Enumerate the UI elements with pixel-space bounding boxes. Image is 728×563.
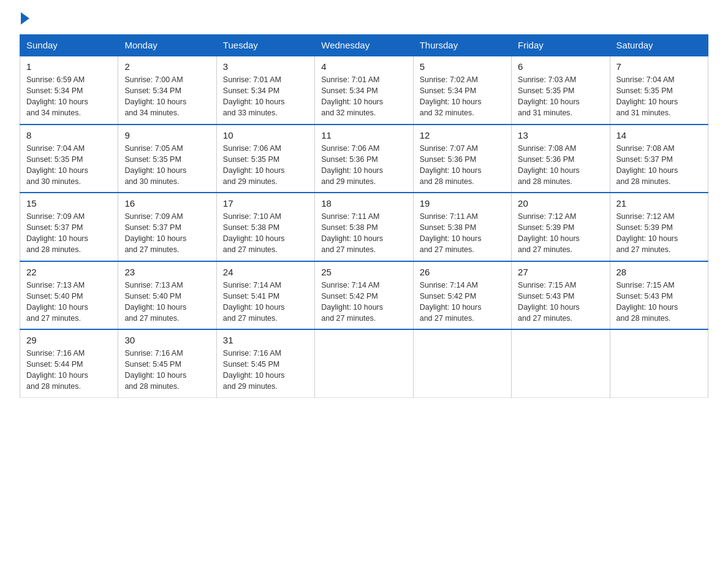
- day-number: 16: [124, 198, 210, 209]
- day-info: Sunrise: 7:09 AMSunset: 5:37 PMDaylight:…: [124, 211, 210, 256]
- day-info: Sunrise: 7:15 AMSunset: 5:43 PMDaylight:…: [518, 280, 603, 324]
- day-number: 20: [518, 198, 603, 209]
- day-number: 29: [26, 335, 112, 345]
- day-cell: 25Sunrise: 7:14 AMSunset: 5:42 PMDayligh…: [315, 261, 413, 330]
- day-cell: 17Sunrise: 7:10 AMSunset: 5:38 PMDayligh…: [216, 193, 314, 261]
- day-info: Sunrise: 7:15 AMSunset: 5:43 PMDaylight:…: [616, 280, 702, 324]
- header-cell-sunday: Sunday: [20, 35, 118, 56]
- day-cell: 29Sunrise: 7:16 AMSunset: 5:44 PMDayligh…: [20, 329, 118, 397]
- day-cell: 7Sunrise: 7:04 AMSunset: 5:35 PMDaylight…: [610, 56, 708, 124]
- calendar-body: 1Sunrise: 6:59 AMSunset: 5:34 PMDaylight…: [20, 56, 708, 397]
- day-cell: 5Sunrise: 7:02 AMSunset: 5:34 PMDaylight…: [413, 56, 511, 124]
- day-number: 26: [420, 267, 505, 277]
- day-number: 19: [420, 198, 505, 209]
- day-cell: 14Sunrise: 7:08 AMSunset: 5:37 PMDayligh…: [610, 124, 708, 193]
- day-info: Sunrise: 7:16 AMSunset: 5:45 PMDaylight:…: [124, 348, 210, 393]
- day-info: Sunrise: 7:14 AMSunset: 5:42 PMDaylight:…: [321, 280, 406, 324]
- day-cell: 4Sunrise: 7:01 AMSunset: 5:34 PMDaylight…: [315, 56, 413, 124]
- day-cell: 19Sunrise: 7:11 AMSunset: 5:38 PMDayligh…: [413, 193, 511, 261]
- day-info: Sunrise: 7:04 AMSunset: 5:35 PMDaylight:…: [26, 143, 112, 188]
- day-cell: 3Sunrise: 7:01 AMSunset: 5:34 PMDaylight…: [216, 56, 314, 124]
- day-number: 2: [124, 61, 210, 72]
- header-cell-thursday: Thursday: [413, 35, 511, 56]
- day-number: 6: [518, 61, 603, 72]
- day-cell: 18Sunrise: 7:11 AMSunset: 5:38 PMDayligh…: [315, 193, 413, 261]
- day-number: 25: [321, 267, 406, 277]
- day-info: Sunrise: 7:11 AMSunset: 5:38 PMDaylight:…: [420, 211, 505, 256]
- day-info: Sunrise: 7:00 AMSunset: 5:34 PMDaylight:…: [124, 74, 210, 119]
- day-cell: 9Sunrise: 7:05 AMSunset: 5:35 PMDaylight…: [118, 124, 216, 193]
- week-row-2: 8Sunrise: 7:04 AMSunset: 5:35 PMDaylight…: [20, 124, 708, 193]
- day-cell: 23Sunrise: 7:13 AMSunset: 5:40 PMDayligh…: [118, 261, 216, 330]
- page-header: [20, 15, 708, 23]
- week-row-5: 29Sunrise: 7:16 AMSunset: 5:44 PMDayligh…: [20, 329, 708, 397]
- day-cell: [512, 329, 610, 397]
- day-cell: 1Sunrise: 6:59 AMSunset: 5:34 PMDaylight…: [20, 56, 118, 124]
- day-number: 4: [321, 61, 406, 72]
- day-info: Sunrise: 7:13 AMSunset: 5:40 PMDaylight:…: [124, 280, 210, 324]
- week-row-4: 22Sunrise: 7:13 AMSunset: 5:40 PMDayligh…: [20, 261, 708, 330]
- calendar-header: SundayMondayTuesdayWednesdayThursdayFrid…: [20, 35, 708, 56]
- day-info: Sunrise: 7:07 AMSunset: 5:36 PMDaylight:…: [420, 143, 505, 188]
- day-number: 15: [26, 198, 112, 209]
- day-number: 27: [518, 267, 603, 277]
- day-info: Sunrise: 7:04 AMSunset: 5:35 PMDaylight:…: [616, 74, 702, 119]
- day-cell: 2Sunrise: 7:00 AMSunset: 5:34 PMDaylight…: [118, 56, 216, 124]
- day-info: Sunrise: 7:16 AMSunset: 5:45 PMDaylight:…: [223, 348, 308, 393]
- day-number: 5: [420, 61, 505, 72]
- day-cell: 8Sunrise: 7:04 AMSunset: 5:35 PMDaylight…: [20, 124, 118, 193]
- header-row: SundayMondayTuesdayWednesdayThursdayFrid…: [20, 35, 708, 56]
- day-info: Sunrise: 7:11 AMSunset: 5:38 PMDaylight:…: [321, 211, 406, 256]
- day-cell: 20Sunrise: 7:12 AMSunset: 5:39 PMDayligh…: [512, 193, 610, 261]
- day-number: 8: [26, 130, 112, 140]
- day-info: Sunrise: 7:02 AMSunset: 5:34 PMDaylight:…: [420, 74, 505, 119]
- day-info: Sunrise: 7:09 AMSunset: 5:37 PMDaylight:…: [26, 211, 112, 256]
- day-number: 10: [223, 130, 308, 140]
- day-cell: 30Sunrise: 7:16 AMSunset: 5:45 PMDayligh…: [118, 329, 216, 397]
- day-info: Sunrise: 7:13 AMSunset: 5:40 PMDaylight:…: [26, 280, 112, 324]
- day-number: 21: [616, 198, 702, 209]
- day-info: Sunrise: 7:01 AMSunset: 5:34 PMDaylight:…: [321, 74, 406, 119]
- day-info: Sunrise: 7:16 AMSunset: 5:44 PMDaylight:…: [26, 348, 112, 393]
- day-number: 22: [26, 267, 112, 277]
- day-cell: 22Sunrise: 7:13 AMSunset: 5:40 PMDayligh…: [20, 261, 118, 330]
- day-number: 18: [321, 198, 406, 209]
- day-cell: 6Sunrise: 7:03 AMSunset: 5:35 PMDaylight…: [512, 56, 610, 124]
- day-cell: 10Sunrise: 7:06 AMSunset: 5:35 PMDayligh…: [216, 124, 314, 193]
- day-info: Sunrise: 7:12 AMSunset: 5:39 PMDaylight:…: [518, 211, 603, 256]
- header-cell-wednesday: Wednesday: [315, 35, 413, 56]
- day-number: 24: [223, 267, 308, 277]
- day-cell: 16Sunrise: 7:09 AMSunset: 5:37 PMDayligh…: [118, 193, 216, 261]
- header-cell-saturday: Saturday: [610, 35, 708, 56]
- day-number: 14: [616, 130, 702, 140]
- logo: [20, 15, 29, 23]
- day-cell: 15Sunrise: 7:09 AMSunset: 5:37 PMDayligh…: [20, 193, 118, 261]
- day-info: Sunrise: 7:06 AMSunset: 5:35 PMDaylight:…: [223, 143, 308, 188]
- week-row-3: 15Sunrise: 7:09 AMSunset: 5:37 PMDayligh…: [20, 193, 708, 261]
- day-info: Sunrise: 7:08 AMSunset: 5:36 PMDaylight:…: [518, 143, 603, 188]
- day-info: Sunrise: 7:14 AMSunset: 5:41 PMDaylight:…: [223, 280, 308, 324]
- day-info: Sunrise: 7:01 AMSunset: 5:34 PMDaylight:…: [223, 74, 308, 119]
- day-cell: 24Sunrise: 7:14 AMSunset: 5:41 PMDayligh…: [216, 261, 314, 330]
- day-number: 17: [223, 198, 308, 209]
- day-info: Sunrise: 7:14 AMSunset: 5:42 PMDaylight:…: [420, 280, 505, 324]
- day-info: Sunrise: 7:03 AMSunset: 5:35 PMDaylight:…: [518, 74, 603, 119]
- day-info: Sunrise: 7:05 AMSunset: 5:35 PMDaylight:…: [124, 143, 210, 188]
- day-number: 12: [420, 130, 505, 140]
- day-number: 1: [26, 61, 112, 72]
- day-info: Sunrise: 7:08 AMSunset: 5:37 PMDaylight:…: [616, 143, 702, 188]
- day-cell: [413, 329, 511, 397]
- day-cell: 11Sunrise: 7:06 AMSunset: 5:36 PMDayligh…: [315, 124, 413, 193]
- day-cell: [610, 329, 708, 397]
- day-cell: 26Sunrise: 7:14 AMSunset: 5:42 PMDayligh…: [413, 261, 511, 330]
- day-number: 11: [321, 130, 406, 140]
- day-number: 31: [223, 335, 308, 345]
- day-number: 7: [616, 61, 702, 72]
- calendar-table: SundayMondayTuesdayWednesdayThursdayFrid…: [20, 34, 708, 398]
- day-cell: 28Sunrise: 7:15 AMSunset: 5:43 PMDayligh…: [610, 261, 708, 330]
- day-cell: 31Sunrise: 7:16 AMSunset: 5:45 PMDayligh…: [216, 329, 314, 397]
- day-info: Sunrise: 6:59 AMSunset: 5:34 PMDaylight:…: [26, 74, 112, 119]
- week-row-1: 1Sunrise: 6:59 AMSunset: 5:34 PMDaylight…: [20, 56, 708, 124]
- day-number: 23: [124, 267, 210, 277]
- day-cell: 21Sunrise: 7:12 AMSunset: 5:39 PMDayligh…: [610, 193, 708, 261]
